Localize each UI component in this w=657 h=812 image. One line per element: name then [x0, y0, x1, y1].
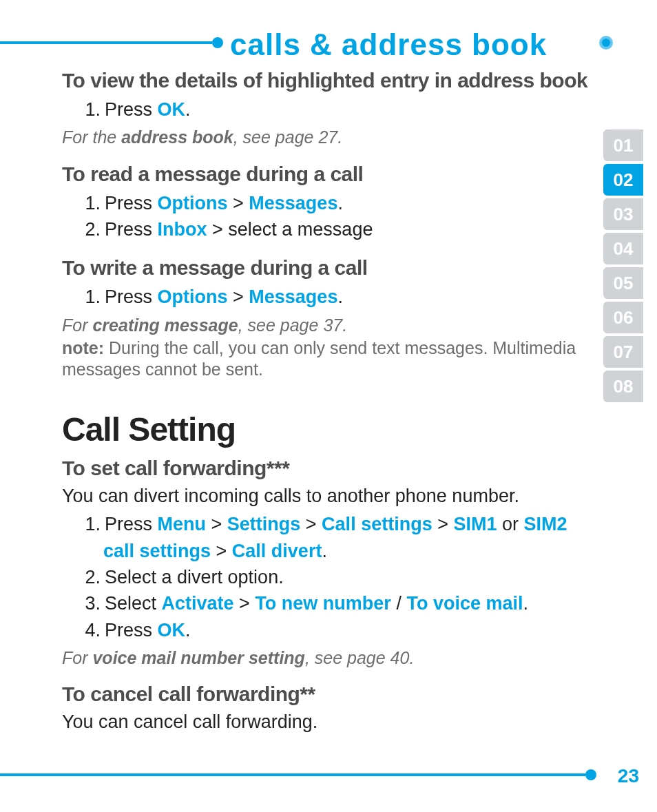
- header-bullet-icon: [599, 36, 613, 50]
- heading-view-details: To view the details of highlighted entry…: [62, 69, 592, 92]
- heading-cancel-forwarding: To cancel call forwarding**: [62, 683, 592, 706]
- list-item: 1.Press Options > Messages.: [84, 284, 592, 310]
- list-item: 1.Press OK.: [84, 96, 592, 123]
- tab-06[interactable]: 06: [603, 302, 643, 333]
- list-item: 3.Select Activate > To new number / To v…: [84, 590, 592, 616]
- key-menu: Menu: [158, 514, 207, 534]
- steps-read-message: 1.Press Options > Messages. 2.Press Inbo…: [62, 190, 592, 243]
- heading-write-message: To write a message during a call: [62, 256, 592, 280]
- list-item: 4.Press OK.: [84, 617, 592, 643]
- heading-read-message: To read a message during a call: [62, 163, 592, 186]
- key-settings: Settings: [227, 514, 301, 534]
- key-messages: Messages: [249, 287, 337, 307]
- key-inbox: Inbox: [158, 219, 207, 240]
- key-ok: OK: [158, 99, 186, 120]
- tab-04[interactable]: 04: [603, 233, 643, 264]
- key-activate: Activate: [162, 593, 234, 614]
- list-item: 2.Press Inbox > select a message: [84, 216, 592, 242]
- footer-rule: [0, 773, 585, 776]
- tab-05[interactable]: 05: [603, 267, 643, 299]
- cross-reference: For the address book, see page 27.: [62, 127, 592, 148]
- chapter-header: calls & address book: [0, 28, 657, 56]
- header-dot-icon: [212, 37, 223, 48]
- steps-write-message: 1.Press Options > Messages.: [62, 284, 592, 310]
- manual-page: calls & address book 01 02 03 04 05 06 0…: [0, 0, 657, 812]
- intro-text: You can divert incoming calls to another…: [62, 484, 592, 508]
- key-options: Options: [158, 287, 228, 307]
- list-item: 1.Press Options > Messages.: [84, 190, 592, 216]
- key-call-settings: Call settings: [322, 514, 432, 534]
- heading-set-forwarding: To set call forwarding***: [62, 457, 592, 480]
- tab-07[interactable]: 07: [603, 336, 643, 368]
- list-item: 1.Press Menu > Settings > Call settings …: [84, 511, 592, 564]
- tab-08[interactable]: 08: [603, 371, 643, 402]
- tab-01[interactable]: 01: [603, 129, 643, 161]
- page-footer: 23: [0, 765, 657, 786]
- key-to-new-number: To new number: [255, 593, 391, 614]
- chapter-title: calls & address book: [230, 28, 547, 62]
- key-call-divert: Call divert: [232, 541, 322, 561]
- section-title-call-setting: Call Setting: [62, 410, 592, 448]
- key-to-voice-mail: To voice mail: [406, 593, 523, 614]
- steps-set-forwarding: 1.Press Menu > Settings > Call settings …: [62, 511, 592, 643]
- page-content: To view the details of highlighted entry…: [62, 69, 592, 734]
- note-text: note: During the call, you can only send…: [62, 337, 592, 381]
- cross-reference: For creating message, see page 37.: [62, 315, 592, 336]
- key-messages: Messages: [249, 193, 337, 214]
- key-ok: OK: [158, 620, 186, 641]
- key-sim1: SIM1: [453, 514, 497, 534]
- key-options: Options: [158, 193, 228, 214]
- tab-02[interactable]: 02: [603, 164, 643, 196]
- header-rule: [0, 41, 212, 44]
- page-number: 23: [618, 765, 639, 787]
- footer-dot-icon: [585, 769, 596, 780]
- cross-reference: For voice mail number setting, see page …: [62, 647, 592, 669]
- list-item: 2.Select a divert option.: [84, 564, 592, 590]
- chapter-tabs: 01 02 03 04 05 06 07 08: [603, 129, 643, 405]
- tab-03[interactable]: 03: [603, 198, 643, 230]
- steps-view-details: 1.Press OK.: [62, 96, 592, 123]
- intro-text: You can cancel call forwarding.: [62, 710, 592, 734]
